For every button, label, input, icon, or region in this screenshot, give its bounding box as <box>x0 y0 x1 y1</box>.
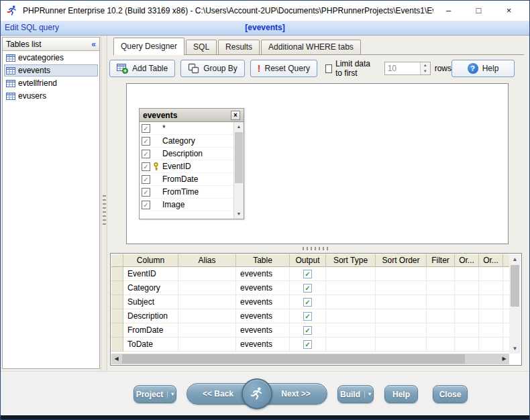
grid-cell[interactable]: evevents <box>236 323 290 337</box>
table-row[interactable]: Descriptionevevents✓ <box>111 309 509 323</box>
output-checkbox[interactable]: ✓ <box>303 270 312 278</box>
grid-cell[interactable]: ✓ <box>290 267 326 281</box>
grid-cell[interactable]: Category <box>123 281 178 295</box>
scroll-up-icon[interactable]: ▲ <box>234 122 244 132</box>
grid-column-header-sort-type[interactable]: Sort Type <box>326 254 376 267</box>
field-checkbox[interactable]: ✓ <box>142 124 150 133</box>
vertical-splitter[interactable] <box>101 36 107 371</box>
grid-cell[interactable] <box>455 281 479 295</box>
field-checkbox[interactable]: ✓ <box>142 162 150 171</box>
spin-down-icon[interactable]: ▼ <box>421 68 430 74</box>
grid-cell[interactable] <box>479 337 503 352</box>
grid-cell[interactable] <box>503 281 509 295</box>
sidebar-item-evcategories[interactable]: evcategories <box>4 52 98 64</box>
table-row[interactable]: EventIDevevents✓ <box>111 267 509 281</box>
grid-cell[interactable] <box>427 267 455 281</box>
output-checkbox[interactable]: ✓ <box>303 312 312 321</box>
back-button[interactable]: << Back <box>187 384 249 404</box>
grid-cell[interactable] <box>326 323 376 337</box>
table-row[interactable]: Subjectevevents✓ <box>111 295 509 309</box>
grid-cell[interactable] <box>503 267 509 281</box>
grid-column-header-filter[interactable]: Filter <box>427 254 455 267</box>
grid-cell[interactable] <box>178 267 236 281</box>
grid-column-header-table[interactable]: Table <box>236 254 290 267</box>
grid-cell[interactable] <box>376 295 427 309</box>
field-checkbox[interactable]: ✓ <box>142 175 150 184</box>
grid-cell[interactable] <box>326 295 376 309</box>
grid-cell[interactable] <box>503 309 509 323</box>
group-by-button[interactable]: Group By <box>180 60 245 77</box>
grid-cell[interactable]: ✓ <box>290 281 326 295</box>
grid-column-header-selector[interactable] <box>111 254 123 267</box>
limit-checkbox[interactable] <box>325 64 332 73</box>
grid-column-header-c[interactable]: C <box>503 254 509 267</box>
grid-cell[interactable]: FromDate <box>123 323 178 337</box>
close-table-icon[interactable]: × <box>231 111 240 120</box>
grid-cell[interactable] <box>479 295 503 309</box>
grid-cell[interactable] <box>455 337 479 352</box>
collapse-sidebar-icon[interactable]: « <box>91 40 96 49</box>
help-button[interactable]: ? Help <box>452 60 515 77</box>
scroll-up-icon[interactable]: ▲ <box>509 254 521 264</box>
grid-cell[interactable] <box>178 337 236 352</box>
field-list-scrollbar[interactable]: ▲ ▼ <box>233 122 244 219</box>
grid-column-header-sort-order[interactable]: Sort Order <box>376 254 427 267</box>
field-row[interactable]: ✓FromDate <box>140 173 233 186</box>
grid-cell[interactable] <box>427 309 455 323</box>
grid-cell[interactable] <box>427 281 455 295</box>
field-row[interactable]: ✓* <box>140 122 233 135</box>
sidebar-item-evtellfriend[interactable]: evtellfriend <box>4 77 98 89</box>
grid-column-header-column[interactable]: Column <box>123 254 178 267</box>
field-checkbox[interactable]: ✓ <box>142 201 150 209</box>
grid-horizontal-scrollbar[interactable]: ◀ ▶ <box>111 354 509 364</box>
grid-cell[interactable] <box>376 337 427 352</box>
scroll-right-icon[interactable]: ▶ <box>499 354 509 364</box>
grid-cell[interactable] <box>427 295 455 309</box>
grid-cell[interactable] <box>326 337 376 352</box>
grid-cell[interactable] <box>455 267 479 281</box>
grid-cell[interactable] <box>376 281 427 295</box>
grid-cell[interactable] <box>455 309 479 323</box>
grid-cell[interactable] <box>178 281 236 295</box>
grid-cell[interactable]: ToDate <box>123 337 178 352</box>
grid-cell[interactable] <box>455 323 479 337</box>
build-button[interactable]: Build ▾ <box>337 385 374 403</box>
tab-results[interactable]: Results <box>218 40 260 54</box>
maximize-icon[interactable]: □ <box>464 1 494 20</box>
scroll-thumb[interactable] <box>122 354 465 364</box>
sidebar-item-evusers[interactable]: evusers <box>4 90 98 102</box>
grid-cell[interactable] <box>376 323 427 337</box>
grid-cell[interactable] <box>178 309 236 323</box>
table-panel-header[interactable]: evevents × <box>140 109 244 122</box>
grid-cell[interactable]: ✓ <box>290 309 326 323</box>
grid-cell[interactable] <box>178 323 236 337</box>
table-row[interactable]: ToDateevevents✓ <box>111 337 509 352</box>
table-row[interactable]: FromDateevevents✓ <box>111 323 509 337</box>
grid-cell[interactable] <box>455 295 479 309</box>
output-checkbox[interactable]: ✓ <box>303 298 312 307</box>
grid-cell[interactable]: ✓ <box>290 295 326 309</box>
grid-cell[interactable] <box>479 267 503 281</box>
grid-column-header-or-[interactable]: Or... <box>455 254 479 267</box>
grid-cell[interactable]: evevents <box>236 337 290 352</box>
field-row[interactable]: ✓Category <box>140 135 233 148</box>
field-checkbox[interactable]: ✓ <box>142 188 150 197</box>
grid-cell[interactable]: Description <box>123 309 178 323</box>
grid-cell[interactable]: ✓ <box>290 337 326 352</box>
sidebar-item-evevents[interactable]: evevents <box>4 64 98 76</box>
field-row[interactable]: ✓Image <box>140 199 233 211</box>
grid-cell[interactable] <box>376 309 427 323</box>
close-icon[interactable]: × <box>494 1 524 20</box>
close-button[interactable]: Close <box>433 385 468 403</box>
field-row[interactable]: ✓Description <box>140 148 233 160</box>
grid-column-header-or-[interactable]: Or... <box>479 254 503 267</box>
scroll-down-icon[interactable]: ▼ <box>509 344 521 354</box>
field-row[interactable]: ✓ EventID <box>140 160 233 173</box>
reset-query-button[interactable]: ! Reset Query <box>250 60 317 77</box>
table-row[interactable]: Categoryevevents✓ <box>111 281 509 295</box>
grid-column-header-output[interactable]: Output <box>290 254 326 267</box>
grid-cell[interactable]: evevents <box>236 295 290 309</box>
add-table-button[interactable]: Add Table <box>109 60 175 77</box>
scroll-thumb[interactable] <box>235 132 243 183</box>
minimize-icon[interactable]: – <box>433 1 464 20</box>
